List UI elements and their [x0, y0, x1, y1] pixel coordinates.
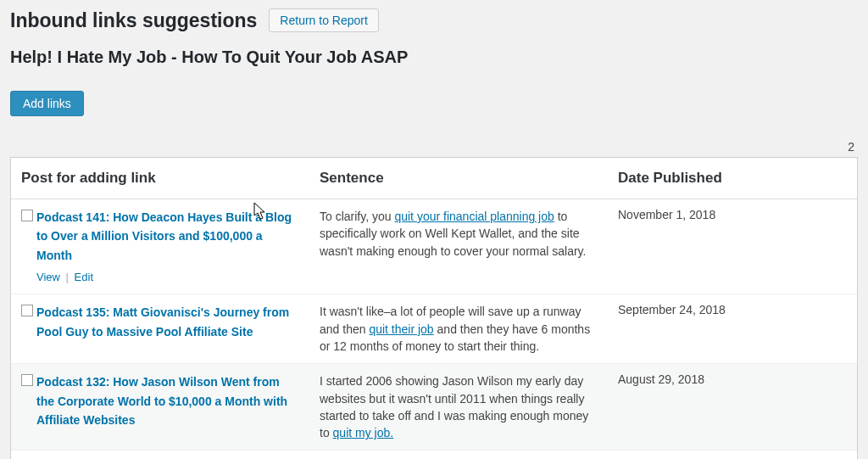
return-to-report-button[interactable]: Return to Report	[269, 8, 379, 32]
row-checkbox[interactable]	[21, 374, 33, 386]
sentence-cell: I started 2006 showing Jason Wilson my e…	[309, 364, 608, 450]
item-count: 2	[10, 140, 858, 154]
sentence-link[interactable]: quit their job	[369, 322, 433, 336]
col-sentence-header[interactable]: Sentence	[309, 158, 608, 199]
date-cell: August 7, 2018	[608, 451, 857, 459]
sentence-cell: It wasn't like–a lot of people will save…	[309, 294, 608, 363]
sentence-cell: For those who don't know, I quit working…	[309, 451, 608, 459]
post-link[interactable]: Podcast 135: Matt Giovanisci's Journey f…	[36, 305, 289, 338]
view-link[interactable]: View	[36, 271, 60, 283]
col-date-header[interactable]: Date Published	[608, 158, 857, 199]
date-cell: August 29, 2018	[608, 364, 857, 450]
post-subtitle: Help! I Hate My Job - How To Quit Your J…	[10, 48, 858, 67]
post-link[interactable]: Podcast 141: How Deacon Hayes Built a Bl…	[36, 210, 292, 262]
col-post-header[interactable]: Post for adding link	[11, 158, 309, 199]
sentence-cell: To clarify, you quit your financial plan…	[309, 199, 608, 294]
action-divider: |	[66, 271, 69, 283]
sentence-link[interactable]: quit my job.	[333, 426, 394, 439]
date-cell: November 1, 2018	[608, 199, 857, 294]
suggestions-table: Post for adding link Sentence Date Publi…	[10, 157, 858, 459]
edit-link[interactable]: Edit	[75, 271, 93, 283]
sentence-link[interactable]: quit your financial planning job	[394, 210, 554, 223]
table-row: Podcast 135: Matt Giovanisci's Journey f…	[11, 294, 857, 364]
table-row: Podcast 132: How Jason Wilson Went from …	[11, 364, 857, 451]
row-checkbox[interactable]	[21, 210, 33, 221]
table-row: Podcast 141: How Deacon Hayes Built a Bl…	[11, 199, 857, 294]
page-title: Inbound links suggestions	[10, 9, 257, 32]
row-checkbox[interactable]	[21, 305, 33, 316]
date-cell: September 24, 2018	[608, 294, 857, 363]
add-links-button[interactable]: Add links	[10, 91, 84, 116]
table-row: Podcast 129: The Niche Pursuits Podcast …	[11, 451, 857, 459]
sentence-pre: To clarify, you	[320, 210, 394, 223]
row-actions: View | Edit	[36, 270, 299, 285]
post-link[interactable]: Podcast 132: How Jason Wilson Went from …	[36, 375, 287, 427]
